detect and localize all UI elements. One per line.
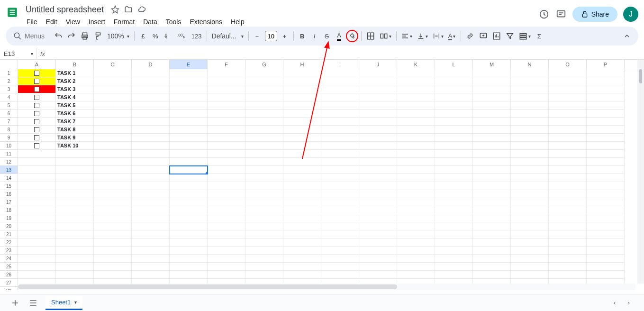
cell[interactable] xyxy=(587,190,625,198)
row-header[interactable]: 15 xyxy=(0,182,18,190)
cell[interactable] xyxy=(473,77,511,85)
cell[interactable]: TASK 2 xyxy=(56,77,94,85)
strikethrough-button[interactable]: S xyxy=(321,29,333,43)
row-header[interactable]: 27 xyxy=(0,279,18,287)
cell[interactable] xyxy=(359,93,397,101)
cell[interactable] xyxy=(397,230,435,238)
cell[interactable] xyxy=(132,166,170,174)
cell[interactable] xyxy=(435,77,473,85)
cell[interactable] xyxy=(208,206,245,214)
cell[interactable] xyxy=(94,214,132,222)
menu-view[interactable]: View xyxy=(62,16,84,27)
cell[interactable] xyxy=(511,263,549,271)
cell[interactable] xyxy=(283,214,321,222)
cell[interactable] xyxy=(56,198,94,206)
cell[interactable] xyxy=(245,182,283,190)
cell[interactable] xyxy=(132,150,170,158)
cell[interactable] xyxy=(18,85,56,93)
cell[interactable] xyxy=(473,69,511,77)
cell[interactable] xyxy=(170,198,208,206)
cell[interactable] xyxy=(56,158,94,166)
cell[interactable] xyxy=(511,166,549,174)
cell[interactable]: TASK 1 xyxy=(56,69,94,77)
add-sheet-button[interactable] xyxy=(9,297,21,309)
cell[interactable] xyxy=(245,230,283,238)
fill-color-button[interactable] xyxy=(346,30,358,42)
cell[interactable] xyxy=(359,134,397,142)
cell[interactable] xyxy=(359,247,397,255)
cell[interactable]: TASK 10 xyxy=(56,142,94,150)
cell[interactable] xyxy=(283,166,321,174)
cell[interactable] xyxy=(511,230,549,238)
cell[interactable] xyxy=(94,190,132,198)
cell[interactable] xyxy=(549,190,587,198)
cell[interactable] xyxy=(132,101,170,110)
row-header[interactable]: 19 xyxy=(0,214,18,222)
cell[interactable] xyxy=(321,230,359,238)
menu-data[interactable]: Data xyxy=(139,16,161,27)
cell[interactable]: TASK 3 xyxy=(56,85,94,93)
zoom-dropdown[interactable]: 100%▾ xyxy=(105,29,131,43)
cell[interactable] xyxy=(321,263,359,271)
cell[interactable] xyxy=(283,150,321,158)
cell[interactable] xyxy=(18,93,56,101)
cell[interactable] xyxy=(208,166,245,174)
cell[interactable] xyxy=(549,222,587,230)
cell[interactable] xyxy=(359,263,397,271)
cell[interactable] xyxy=(283,110,321,118)
column-header[interactable]: C xyxy=(94,60,132,69)
cell[interactable] xyxy=(321,190,359,198)
row-header[interactable]: 28 xyxy=(0,287,18,290)
column-header[interactable]: P xyxy=(587,60,625,69)
cell[interactable] xyxy=(587,174,625,182)
cell[interactable] xyxy=(283,255,321,263)
cell[interactable] xyxy=(511,142,549,150)
next-sheet-button[interactable]: › xyxy=(623,297,635,309)
cell[interactable] xyxy=(208,271,245,279)
cell[interactable] xyxy=(321,271,359,279)
cell[interactable] xyxy=(549,77,587,85)
cell[interactable] xyxy=(18,222,56,230)
cell[interactable] xyxy=(397,190,435,198)
cell[interactable] xyxy=(435,222,473,230)
menu-extensions[interactable]: Extensions xyxy=(186,16,226,27)
cell[interactable] xyxy=(549,126,587,134)
row-header[interactable]: 24 xyxy=(0,255,18,263)
cell[interactable] xyxy=(208,142,245,150)
cell[interactable] xyxy=(511,150,549,158)
cell[interactable] xyxy=(435,166,473,174)
cell[interactable] xyxy=(587,158,625,166)
cell[interactable] xyxy=(245,134,283,142)
cell[interactable] xyxy=(132,126,170,134)
cell[interactable] xyxy=(321,150,359,158)
cell[interactable] xyxy=(397,174,435,182)
cell[interactable] xyxy=(208,110,245,118)
cell[interactable] xyxy=(587,118,625,126)
cell[interactable] xyxy=(132,77,170,85)
cell[interactable] xyxy=(587,85,625,93)
column-header[interactable]: F xyxy=(208,60,245,69)
row-header[interactable]: 8 xyxy=(0,126,18,134)
cell[interactable] xyxy=(283,230,321,238)
cell[interactable] xyxy=(549,182,587,190)
checkbox[interactable] xyxy=(34,111,39,116)
cell[interactable] xyxy=(170,190,208,198)
cell[interactable] xyxy=(245,198,283,206)
cell[interactable] xyxy=(435,255,473,263)
cell[interactable] xyxy=(132,263,170,271)
cell[interactable] xyxy=(245,69,283,77)
cell[interactable] xyxy=(18,142,56,150)
cell[interactable] xyxy=(321,77,359,85)
cell[interactable] xyxy=(359,230,397,238)
cell[interactable] xyxy=(208,247,245,255)
cell[interactable] xyxy=(208,134,245,142)
cell[interactable] xyxy=(245,271,283,279)
cell[interactable] xyxy=(587,271,625,279)
cell[interactable] xyxy=(359,206,397,214)
cell[interactable] xyxy=(94,69,132,77)
cell[interactable] xyxy=(170,166,208,174)
cell[interactable] xyxy=(549,85,587,93)
cell[interactable] xyxy=(18,198,56,206)
text-wrap-button[interactable]: ▾ xyxy=(431,29,445,43)
cell[interactable] xyxy=(397,142,435,150)
